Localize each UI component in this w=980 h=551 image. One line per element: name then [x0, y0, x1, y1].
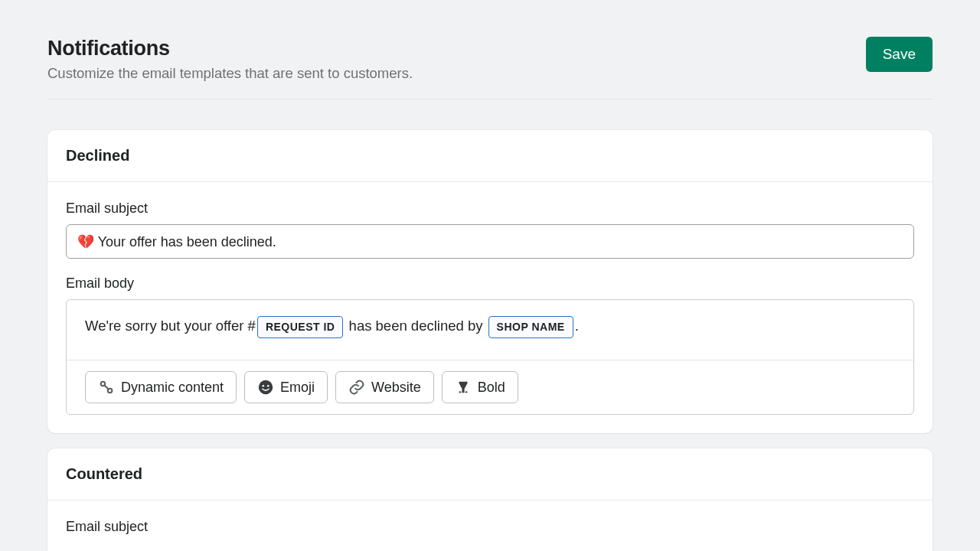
dynamic-content-icon [98, 379, 115, 396]
email-subject-label: Email subject [66, 519, 914, 535]
button-label: Bold [478, 380, 505, 396]
page-subtitle: Customize the email templates that are s… [47, 65, 413, 82]
button-label: Emoji [280, 380, 315, 396]
token-request-id[interactable]: REQUEST ID [257, 316, 344, 338]
button-label: Dynamic content [121, 380, 224, 396]
svg-point-4 [267, 385, 270, 387]
email-subject-input[interactable] [66, 224, 914, 259]
svg-point-2 [259, 380, 273, 394]
card-title: Declined [66, 147, 914, 165]
card-title: Countered [66, 465, 914, 483]
bold-button[interactable]: Bold [442, 371, 518, 403]
body-text: We're sorry but your offer # [85, 318, 256, 334]
link-icon [348, 379, 365, 396]
page-header: Notifications Customize the email templa… [47, 37, 933, 99]
card-countered: Countered Email subject [47, 448, 933, 551]
button-label: Website [371, 380, 421, 396]
token-shop-name[interactable]: SHOP NAME [488, 316, 573, 338]
email-body-label: Email body [66, 276, 914, 292]
card-declined: Declined Email subject Email body We're … [47, 130, 933, 433]
save-button[interactable]: Save [866, 37, 933, 72]
body-text: has been declined by [345, 318, 486, 334]
svg-point-3 [263, 385, 265, 387]
emoji-icon [257, 379, 274, 396]
editor-toolbar: Dynamic content Emoj [67, 360, 913, 414]
email-subject-label: Email subject [66, 201, 914, 217]
dynamic-content-button[interactable]: Dynamic content [85, 371, 237, 403]
website-button[interactable]: Website [335, 371, 434, 403]
bold-icon [455, 379, 472, 396]
body-text: . [575, 318, 579, 334]
emoji-button[interactable]: Emoji [244, 371, 328, 403]
email-body-editor[interactable]: We're sorry but your offer #REQUEST ID h… [66, 299, 914, 415]
email-body-content[interactable]: We're sorry but your offer #REQUEST ID h… [67, 300, 913, 360]
page-title: Notifications [47, 37, 413, 60]
